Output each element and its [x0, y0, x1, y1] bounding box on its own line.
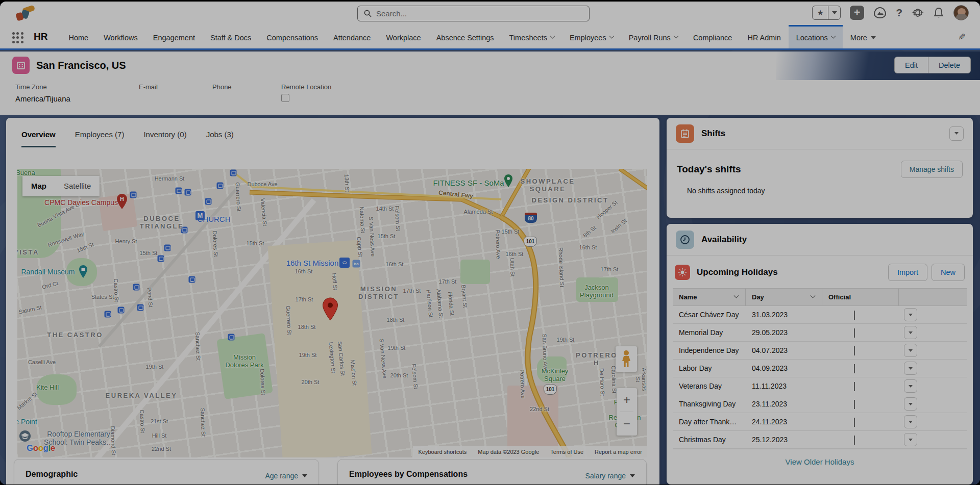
record-field-time-zone: Time ZoneAmerica/Tijuana — [15, 83, 70, 104]
nav-tab-workflows[interactable]: Workflows — [96, 25, 145, 48]
map-label: S Van Ness Ave — [379, 338, 388, 378]
manage-shifts-button[interactable]: Manage shifts — [901, 161, 963, 178]
shifts-menu-button[interactable] — [949, 126, 964, 141]
demographic-total: Total: 7 employees — [26, 483, 307, 484]
tab-employees-7-[interactable]: Employees (7) — [75, 130, 125, 147]
app-launcher-icon[interactable] — [12, 32, 23, 43]
nav-tab-more[interactable]: More — [843, 25, 884, 48]
tab-jobs-3-[interactable]: Jobs (3) — [206, 130, 234, 147]
nav-tab-payroll-runs[interactable]: Payroll Runs — [621, 25, 685, 48]
zoom-out-button[interactable]: − — [617, 412, 637, 436]
row-actions-button[interactable] — [904, 344, 917, 357]
user-avatar[interactable] — [953, 5, 969, 20]
view-older-holidays-link[interactable]: View Older Holidays — [667, 457, 973, 466]
nav-tab-locations[interactable]: Locations — [789, 25, 843, 48]
tab-inventory-0-[interactable]: Inventory (0) — [143, 130, 186, 147]
row-actions-button[interactable] — [904, 433, 917, 446]
remote-location-checkbox[interactable] — [281, 94, 289, 102]
nav-tab-label: Engagement — [153, 34, 195, 42]
nav-tab-attendance[interactable]: Attendance — [326, 25, 378, 48]
caret-down-icon — [871, 36, 876, 39]
delete-button[interactable]: Delete — [928, 57, 971, 73]
holidays-table: Name Day Official César Chávez Day31.03.… — [673, 288, 967, 449]
global-search[interactable] — [357, 6, 590, 21]
attribution-link[interactable]: Terms of Use — [550, 449, 583, 455]
setup-gear-icon[interactable] — [912, 7, 924, 19]
attribution-link[interactable]: Map data ©2023 Google — [478, 449, 539, 455]
nav-tab-staff-docs[interactable]: Staff & Docs — [203, 25, 259, 48]
tab-overview[interactable]: Overview — [21, 130, 56, 147]
nav-tab-timesheets[interactable]: Timesheets — [502, 25, 562, 48]
google-map[interactable]: Hermann StDuboce Ave13th StValencia StGu… — [17, 169, 647, 457]
attribution-link[interactable]: Report a map error — [595, 449, 642, 455]
holiday-day: 31.03.2023 — [746, 311, 822, 319]
row-actions-button[interactable] — [904, 308, 917, 321]
map-label: Utah St — [509, 258, 516, 276]
zoom-in-button[interactable]: + — [617, 388, 637, 412]
map-button[interactable]: Map — [22, 176, 55, 196]
attribution-link[interactable]: Keyboard shortcuts — [418, 449, 467, 455]
notifications-bell-icon[interactable] — [933, 7, 944, 19]
column-header-name[interactable]: Name — [673, 289, 746, 305]
help-icon[interactable]: ? — [896, 6, 902, 20]
favorites-star-icon[interactable]: ★ — [813, 6, 828, 19]
us-101-shield: 101 — [544, 385, 557, 395]
edit-button[interactable]: Edit — [894, 57, 928, 73]
row-actions-button[interactable] — [904, 379, 917, 393]
row-actions-button[interactable] — [904, 415, 917, 428]
search-input[interactable] — [376, 9, 570, 18]
holiday-name: Christmas Day — [673, 436, 746, 444]
row-actions-button[interactable] — [904, 326, 917, 339]
salary-range-select[interactable]: Salary range — [585, 472, 635, 480]
column-header-day[interactable]: Day — [746, 289, 822, 305]
nav-tab-label: Workplace — [386, 34, 421, 42]
nav-tab-label: More — [850, 34, 867, 42]
trailhead-icon[interactable] — [873, 7, 887, 19]
map-label: DUBOCE TRIANGLE — [140, 215, 184, 230]
nav-tab-workplace[interactable]: Workplace — [378, 25, 428, 48]
check-icon — [854, 400, 855, 409]
caret-down-icon — [909, 421, 913, 423]
map-label: Castro St — [139, 410, 146, 433]
age-range-select[interactable]: Age range — [265, 472, 307, 480]
caret-down-icon — [909, 385, 913, 388]
chevron-down-icon — [830, 34, 836, 39]
nav-tab-label: Compliance — [693, 34, 732, 42]
field-label: E-mail — [139, 83, 158, 91]
global-add-icon[interactable]: + — [850, 6, 864, 20]
map-label: 17th St — [296, 296, 313, 302]
map-label: 19th St — [388, 345, 406, 351]
new-button[interactable]: New — [932, 264, 965, 281]
import-button[interactable]: Import — [888, 264, 927, 281]
row-actions-button[interactable] — [904, 362, 917, 375]
nav-tab-compensations[interactable]: Compensations — [259, 25, 326, 48]
favorites-button-group[interactable]: ★ — [812, 6, 841, 20]
holiday-actions-cell — [899, 415, 967, 428]
field-value — [139, 94, 158, 104]
location-map-pin — [322, 297, 339, 321]
nav-tab-compliance[interactable]: Compliance — [685, 25, 740, 48]
table-row: Memorial Day29.05.2023 — [673, 324, 967, 342]
nav-tab-engagement[interactable]: Engagement — [145, 25, 203, 48]
holidays-table-header: Name Day Official — [673, 289, 967, 306]
map-label: Central Fwy — [438, 189, 473, 199]
bart-mini-icon: ba — [353, 260, 360, 268]
nav-tab-hr-admin[interactable]: HR Admin — [740, 25, 788, 48]
holiday-actions-cell — [899, 308, 967, 321]
pegman-icon[interactable] — [622, 350, 631, 368]
map-label: Natoma St — [359, 207, 366, 234]
map-label: DESIGN DISTRICT — [532, 196, 609, 204]
street-view-control[interactable] — [616, 346, 637, 372]
nav-tab-home[interactable]: Home — [61, 25, 96, 48]
row-actions-button[interactable] — [904, 397, 917, 411]
map-label: 13th St — [344, 174, 351, 192]
favorites-dropdown-icon[interactable] — [828, 6, 840, 19]
nav-tab-employees[interactable]: Employees — [562, 25, 621, 48]
edit-nav-pencil-icon[interactable]: ✎ — [958, 32, 966, 48]
map-zoom-control: + − — [617, 388, 637, 436]
satellite-button[interactable]: Satellite — [55, 176, 100, 196]
map-label: Folsom St — [394, 206, 402, 231]
holiday-name: César Chávez Day — [673, 311, 746, 319]
compensations-total: Total: 0 employees — [349, 483, 635, 484]
nav-tab-absence-settings[interactable]: Absence Settings — [429, 25, 502, 48]
